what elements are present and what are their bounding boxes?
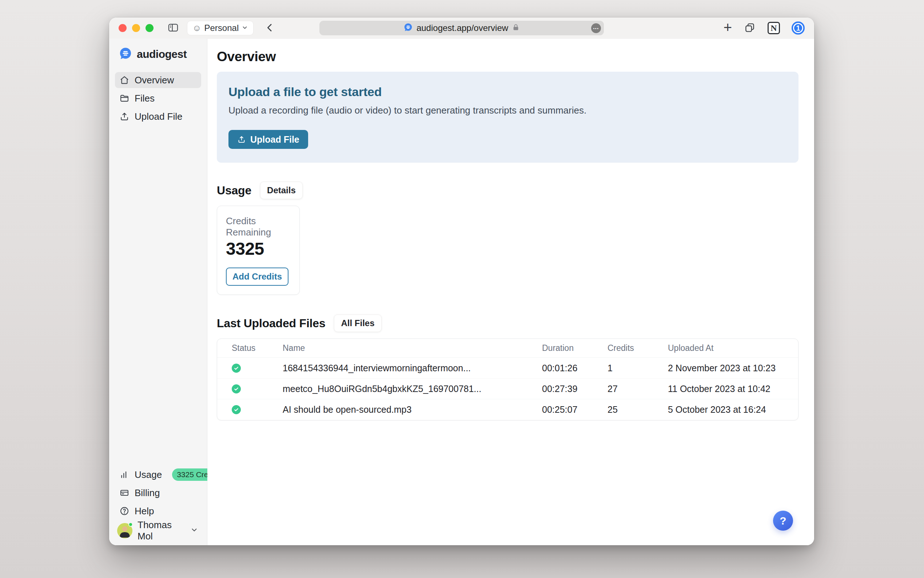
sidebar-item-label: Usage bbox=[134, 469, 162, 481]
file-credits: 1 bbox=[607, 363, 668, 373]
add-credits-button[interactable]: Add Credits bbox=[226, 268, 288, 286]
page-title: Overview bbox=[217, 49, 798, 65]
zoom-window-button[interactable] bbox=[146, 24, 154, 32]
file-name: AI should be open-sourced.mp3 bbox=[283, 404, 542, 415]
copy-tabs-icon bbox=[744, 21, 756, 35]
sidebar-item-label: Overview bbox=[134, 75, 174, 86]
url-text: audiogest.app/overview bbox=[416, 23, 508, 33]
status-cell bbox=[217, 364, 283, 373]
onepassword-extension-button[interactable]: 1 bbox=[791, 21, 805, 34]
avatar bbox=[117, 523, 133, 538]
sidebar-spacer bbox=[115, 125, 201, 459]
extensions-menu-button[interactable]: ••• bbox=[591, 23, 601, 33]
user-name: Thomas Mol bbox=[138, 520, 185, 542]
sidebar-nav: Overview Files Upl bbox=[115, 72, 201, 125]
sidebar-item-label: Upload File bbox=[134, 111, 183, 122]
audiogest-logo-icon bbox=[118, 47, 133, 62]
file-uploaded-at: 11 October 2023 at 10:42 bbox=[668, 384, 798, 394]
site-favicon bbox=[403, 23, 413, 34]
sidebar-item-billing[interactable]: Billing bbox=[115, 485, 201, 501]
help-fab-button[interactable]: ? bbox=[773, 511, 793, 531]
column-header-name: Name bbox=[283, 343, 542, 353]
status-cell bbox=[217, 405, 283, 414]
browser-toolbar: ☺ Personal audiogest.app/overview bbox=[109, 18, 814, 39]
traffic-lights bbox=[118, 24, 154, 32]
ellipsis-icon: ••• bbox=[593, 26, 599, 31]
file-duration: 00:27:39 bbox=[542, 384, 607, 394]
upload-file-button-label: Upload File bbox=[250, 134, 299, 145]
last-uploaded-heading: Last Uploaded Files bbox=[217, 317, 325, 330]
address-bar[interactable]: audiogest.app/overview ••• bbox=[319, 21, 604, 35]
sidebar-item-label: Billing bbox=[134, 487, 160, 498]
profile-label: Personal bbox=[204, 23, 239, 33]
column-header-uploaded-at: Uploaded At bbox=[668, 343, 798, 353]
credits-card: Credits Remaining 3325 Add Credits bbox=[217, 206, 300, 295]
chevron-down-icon bbox=[241, 23, 248, 33]
sidebar-item-label: Files bbox=[134, 93, 155, 104]
file-credits: 27 bbox=[607, 384, 668, 394]
credit-card-icon bbox=[119, 488, 129, 498]
column-header-credits: Credits bbox=[607, 343, 668, 353]
upload-file-button[interactable]: Upload File bbox=[228, 130, 308, 149]
files-table: Status Name Duration Credits Uploaded At… bbox=[217, 338, 798, 421]
file-duration: 00:01:26 bbox=[542, 363, 607, 373]
table-row[interactable]: AI should be open-sourced.mp3 00:25:07 2… bbox=[217, 399, 798, 420]
all-files-button[interactable]: All Files bbox=[334, 315, 381, 332]
check-circle-icon bbox=[232, 364, 241, 373]
usage-details-button[interactable]: Details bbox=[260, 182, 303, 199]
browser-window: ☺ Personal audiogest.app/overview bbox=[109, 18, 814, 545]
sidebar-item-usage[interactable]: Usage 3325 Credits bbox=[115, 467, 201, 483]
files-table-header: Status Name Duration Credits Uploaded At bbox=[217, 339, 798, 358]
folder-icon bbox=[119, 93, 129, 103]
column-header-duration: Duration bbox=[542, 343, 607, 353]
upload-banner-title: Upload a file to get started bbox=[228, 85, 787, 99]
online-status-dot bbox=[128, 522, 133, 527]
notion-extension-button[interactable]: N bbox=[767, 22, 780, 34]
back-button[interactable] bbox=[264, 22, 275, 34]
app-sidebar: audiogest Overview bbox=[109, 39, 207, 545]
chevron-left-icon bbox=[264, 22, 275, 34]
profile-switcher[interactable]: ☺ Personal bbox=[187, 21, 254, 35]
app-logo-text: audiogest bbox=[137, 48, 187, 60]
lock-icon bbox=[512, 23, 520, 33]
sidebar-toggle-icon bbox=[167, 22, 179, 34]
sidebar-toggle-button[interactable] bbox=[167, 22, 179, 34]
plus-icon: + bbox=[723, 20, 732, 34]
usage-heading: Usage bbox=[217, 184, 251, 197]
notion-icon: N bbox=[767, 22, 780, 34]
check-circle-icon bbox=[232, 405, 241, 414]
sidebar-item-upload-file[interactable]: Upload File bbox=[115, 109, 201, 125]
file-uploaded-at: 5 October 2023 at 16:24 bbox=[668, 404, 798, 415]
chevron-down-icon bbox=[190, 526, 198, 536]
credits-remaining-label: Credits Remaining bbox=[226, 216, 291, 238]
new-tab-button[interactable]: + bbox=[723, 21, 732, 34]
onepassword-icon: 1 bbox=[791, 21, 805, 34]
sidebar-item-overview[interactable]: Overview bbox=[115, 72, 201, 88]
file-duration: 00:25:07 bbox=[542, 404, 607, 415]
usage-section: Usage Details Credits Remaining 3325 Add… bbox=[217, 182, 798, 295]
sidebar-item-label: Help bbox=[134, 506, 154, 517]
minimize-window-button[interactable] bbox=[132, 24, 140, 32]
file-uploaded-at: 2 November 2023 at 10:23 bbox=[668, 363, 798, 373]
tab-overview-button[interactable] bbox=[744, 21, 756, 35]
table-row[interactable]: meetco_Hu8OuiRGdn5b4gbxkKZ5_169700781...… bbox=[217, 378, 798, 399]
upload-banner: Upload a file to get started Upload a re… bbox=[217, 72, 798, 163]
main-content: Overview Upload a file to get started Up… bbox=[207, 39, 814, 545]
sidebar-bottom-nav: Usage 3325 Credits Billing bbox=[115, 467, 201, 519]
close-window-button[interactable] bbox=[118, 24, 126, 32]
upload-banner-description: Upload a recording file (audio or video)… bbox=[228, 105, 787, 116]
user-menu[interactable]: Thomas Mol bbox=[115, 521, 201, 540]
credits-remaining-value: 3325 bbox=[226, 239, 291, 259]
help-circle-icon bbox=[119, 506, 129, 516]
column-header-status: Status bbox=[217, 343, 283, 353]
status-cell bbox=[217, 384, 283, 393]
sidebar-item-files[interactable]: Files bbox=[115, 90, 201, 106]
table-row[interactable]: 1684154336944_interviewmorningaftermoon.… bbox=[217, 358, 798, 378]
app-logo[interactable]: audiogest bbox=[115, 45, 201, 64]
last-uploaded-section: Last Uploaded Files All Files Status Nam… bbox=[217, 315, 798, 421]
sidebar-item-help[interactable]: Help bbox=[115, 503, 201, 519]
file-credits: 25 bbox=[607, 404, 668, 415]
home-icon bbox=[119, 75, 129, 85]
question-mark-icon: ? bbox=[780, 515, 786, 527]
profile-emoji-icon: ☺ bbox=[193, 24, 202, 32]
